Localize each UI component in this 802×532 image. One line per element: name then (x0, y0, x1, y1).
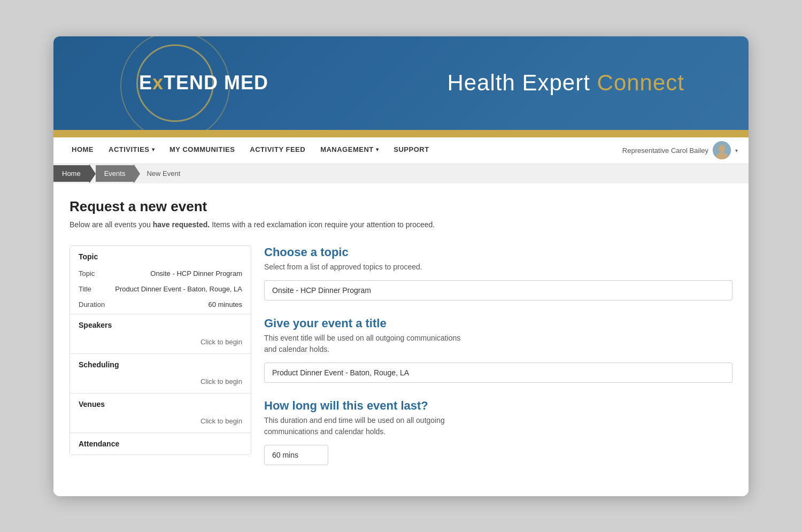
form-event-title-heading: Give your event a title (264, 317, 732, 330)
event-title-input[interactable] (264, 363, 732, 383)
nav-support[interactable]: SUPPORT (386, 137, 436, 164)
left-sidebar: Topic Topic Onsite - HCP Dinner Program … (70, 245, 251, 455)
sidebar-row-title: Title Product Dinner Event - Baton, Roug… (70, 283, 251, 298)
management-caret: ▾ (376, 147, 379, 152)
sidebar-section-attendance: Attendance (70, 433, 251, 454)
breadcrumb-bar: Home Events New Event (53, 164, 749, 183)
navbar: HOME ACTIVITIES ▾ MY COMMUNITIES ACTIVIT… (53, 137, 749, 164)
breadcrumb-arrow1 (89, 164, 96, 183)
form-topic-title: Choose a topic (264, 245, 732, 259)
sidebar-row-topic: Topic Onsite - HCP Dinner Program (70, 267, 251, 283)
sidebar-topic-header: Topic (70, 246, 251, 267)
right-content: Choose a topic Select from a list of app… (264, 245, 732, 481)
sidebar-scheduling-header: Scheduling (70, 354, 251, 375)
two-col-layout: Topic Topic Onsite - HCP Dinner Program … (70, 245, 732, 481)
gold-bar (53, 130, 749, 137)
nav-home[interactable]: HOME (64, 137, 101, 164)
browser-window: ExTEND MED Health Expert Connect HOME AC… (53, 36, 749, 496)
breadcrumb-current: New Event (140, 165, 187, 182)
sidebar-venues-click[interactable]: Click to begin (70, 415, 251, 433)
nav-activities[interactable]: ACTIVITIES ▾ (101, 137, 162, 164)
sidebar-speakers-click[interactable]: Click to begin (70, 336, 251, 353)
nav-management[interactable]: MANAGEMENT ▾ (313, 137, 386, 164)
form-section-topic: Choose a topic Select from a list of app… (264, 245, 732, 300)
sidebar-section-scheduling: Scheduling Click to begin (70, 354, 251, 394)
logo-area: ExTEND MED (139, 72, 268, 94)
breadcrumb-home[interactable]: Home (53, 165, 89, 182)
nav-my-communities[interactable]: MY COMMUNITIES (162, 137, 242, 164)
user-avatar (713, 141, 731, 159)
main-content: Request a new event Below are all events… (53, 183, 749, 496)
user-dropdown-caret[interactable]: ▾ (735, 148, 738, 153)
form-section-event-title: Give your event a title This event title… (264, 317, 732, 383)
page-title: Request a new event (70, 198, 732, 215)
sidebar-venues-header: Venues (70, 394, 251, 415)
form-duration-desc: This duration and end time will be used … (264, 415, 732, 437)
nav-user-name: Representative Carol Bailey (622, 147, 708, 155)
nav-items: HOME ACTIVITIES ▾ MY COMMUNITIES ACTIVIT… (64, 137, 622, 164)
topic-input[interactable] (264, 280, 732, 300)
page-subtitle: Below are all events you have requested.… (70, 219, 732, 230)
duration-input[interactable] (264, 445, 328, 465)
sidebar-title-value: Product Dinner Event - Baton, Rouge, LA (115, 285, 242, 293)
header-banner: ExTEND MED Health Expert Connect (53, 36, 749, 130)
tagline-text: Health Expert Connect (447, 70, 684, 95)
tagline-area: Health Expert Connect (447, 70, 684, 96)
sidebar-topic-value: Onsite - HCP Dinner Program (150, 269, 242, 277)
sidebar-duration-value: 60 minutes (208, 300, 242, 309)
form-duration-title: How long will this event last? (264, 399, 732, 413)
sidebar-row-duration: Duration 60 minutes (70, 298, 251, 314)
breadcrumb-arrow2 (134, 164, 140, 183)
sidebar-topic-label: Topic (79, 269, 95, 277)
form-topic-desc: Select from a list of approved topics to… (264, 261, 732, 273)
sidebar-speakers-header: Speakers (70, 314, 251, 336)
breadcrumb-events[interactable]: Events (96, 165, 134, 182)
sidebar-section-speakers: Speakers Click to begin (70, 314, 251, 354)
logo-text: ExTEND MED (139, 72, 268, 94)
nav-activity-feed[interactable]: ACTIVITY FEED (242, 137, 313, 164)
activities-caret: ▾ (152, 147, 155, 152)
form-section-duration: How long will this event last? This dura… (264, 399, 732, 465)
sidebar-section-venues: Venues Click to begin (70, 394, 251, 433)
sidebar-title-label: Title (79, 285, 91, 293)
sidebar-duration-label: Duration (79, 300, 105, 309)
svg-point-1 (719, 145, 725, 152)
sidebar-section-topic: Topic Topic Onsite - HCP Dinner Program … (70, 246, 251, 314)
sidebar-attendance-header: Attendance (70, 433, 251, 454)
tagline-connect: Connect (597, 70, 684, 95)
sidebar-scheduling-click[interactable]: Click to begin (70, 375, 251, 393)
form-event-title-desc: This event title will be used on all out… (264, 333, 732, 355)
logo-x: x (152, 72, 164, 94)
nav-user: Representative Carol Bailey ▾ (622, 141, 738, 159)
